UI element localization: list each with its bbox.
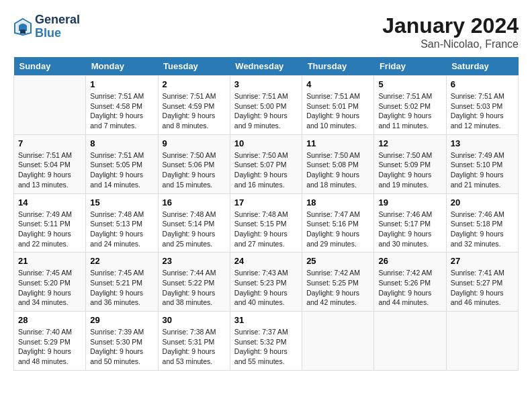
day-number: 1 — [90, 79, 153, 89]
day-number: 28 — [18, 315, 81, 325]
day-number: 24 — [234, 256, 298, 266]
day-content: Sunrise: 7:51 AM Sunset: 5:01 PM Dayligh… — [306, 91, 369, 131]
day-content: Sunrise: 7:42 AM Sunset: 5:25 PM Dayligh… — [306, 268, 369, 308]
calendar-cell: 18Sunrise: 7:47 AM Sunset: 5:16 PM Dayli… — [302, 193, 374, 253]
day-content: Sunrise: 7:50 AM Sunset: 5:07 PM Dayligh… — [234, 150, 298, 190]
calendar-cell: 21Sunrise: 7:45 AM Sunset: 5:20 PM Dayli… — [14, 253, 86, 312]
column-header-sunday: Sunday — [14, 57, 86, 76]
day-content: Sunrise: 7:49 AM Sunset: 5:11 PM Dayligh… — [18, 210, 81, 249]
calendar-cell: 30Sunrise: 7:38 AM Sunset: 5:31 PM Dayli… — [158, 312, 230, 371]
column-header-saturday: Saturday — [446, 57, 518, 76]
day-content: Sunrise: 7:37 AM Sunset: 5:32 PM Dayligh… — [234, 327, 298, 367]
logo-icon — [13, 17, 32, 36]
day-content: Sunrise: 7:46 AM Sunset: 5:18 PM Dayligh… — [451, 210, 514, 249]
day-content: Sunrise: 7:50 AM Sunset: 5:09 PM Dayligh… — [378, 150, 441, 190]
logo: General Blue — [13, 13, 80, 40]
day-number: 13 — [451, 138, 514, 148]
day-content: Sunrise: 7:48 AM Sunset: 5:13 PM Dayligh… — [90, 210, 153, 249]
week-row-1: 1Sunrise: 7:51 AM Sunset: 4:58 PM Daylig… — [14, 76, 519, 135]
day-number: 4 — [306, 79, 369, 89]
day-content: Sunrise: 7:48 AM Sunset: 5:14 PM Dayligh… — [163, 210, 226, 249]
calendar-cell: 1Sunrise: 7:51 AM Sunset: 4:58 PM Daylig… — [86, 76, 158, 135]
day-content: Sunrise: 7:43 AM Sunset: 5:23 PM Dayligh… — [234, 268, 298, 308]
day-number: 21 — [18, 256, 81, 266]
column-header-monday: Monday — [86, 57, 158, 76]
calendar-cell: 20Sunrise: 7:46 AM Sunset: 5:18 PM Dayli… — [446, 193, 518, 253]
day-number: 14 — [18, 197, 81, 208]
day-number: 16 — [163, 197, 226, 208]
calendar-cell: 19Sunrise: 7:46 AM Sunset: 5:17 PM Dayli… — [374, 193, 446, 253]
calendar-cell: 16Sunrise: 7:48 AM Sunset: 5:14 PM Dayli… — [158, 193, 230, 253]
day-number: 5 — [378, 79, 441, 89]
day-number: 27 — [451, 256, 514, 266]
column-header-wednesday: Wednesday — [230, 57, 302, 76]
week-row-2: 7Sunrise: 7:51 AM Sunset: 5:04 PM Daylig… — [14, 134, 519, 193]
calendar-cell: 8Sunrise: 7:51 AM Sunset: 5:05 PM Daylig… — [86, 134, 158, 193]
calendar-cell: 15Sunrise: 7:48 AM Sunset: 5:13 PM Dayli… — [86, 193, 158, 253]
day-content: Sunrise: 7:51 AM Sunset: 5:00 PM Dayligh… — [234, 91, 298, 131]
day-number: 12 — [378, 138, 441, 148]
day-content: Sunrise: 7:44 AM Sunset: 5:22 PM Dayligh… — [163, 268, 226, 308]
calendar-cell: 6Sunrise: 7:51 AM Sunset: 5:03 PM Daylig… — [446, 76, 518, 135]
calendar-cell: 31Sunrise: 7:37 AM Sunset: 5:32 PM Dayli… — [230, 312, 302, 371]
calendar-cell: 17Sunrise: 7:48 AM Sunset: 5:15 PM Dayli… — [230, 193, 302, 253]
day-number: 2 — [163, 79, 226, 89]
day-number: 11 — [306, 138, 369, 148]
day-content: Sunrise: 7:51 AM Sunset: 4:58 PM Dayligh… — [90, 91, 153, 131]
calendar-cell — [302, 312, 374, 371]
calendar-subtitle: San-Nicolao, France — [382, 38, 519, 50]
calendar-cell: 4Sunrise: 7:51 AM Sunset: 5:01 PM Daylig… — [302, 76, 374, 135]
day-number: 29 — [90, 315, 153, 325]
calendar-cell: 24Sunrise: 7:43 AM Sunset: 5:23 PM Dayli… — [230, 253, 302, 312]
day-number: 19 — [378, 197, 441, 208]
column-header-friday: Friday — [374, 57, 446, 76]
calendar-title: January 2024 — [382, 13, 519, 38]
day-number: 22 — [90, 256, 153, 266]
day-number: 8 — [90, 138, 153, 148]
day-number: 26 — [378, 256, 441, 266]
day-content: Sunrise: 7:51 AM Sunset: 5:02 PM Dayligh… — [378, 91, 441, 131]
day-number: 6 — [451, 79, 514, 89]
calendar-cell — [374, 312, 446, 371]
day-content: Sunrise: 7:40 AM Sunset: 5:29 PM Dayligh… — [18, 327, 81, 367]
calendar-cell: 22Sunrise: 7:45 AM Sunset: 5:21 PM Dayli… — [86, 253, 158, 312]
day-number: 20 — [451, 197, 514, 208]
day-number: 25 — [306, 256, 369, 266]
calendar-cell: 26Sunrise: 7:42 AM Sunset: 5:26 PM Dayli… — [374, 253, 446, 312]
day-number: 17 — [234, 197, 298, 208]
calendar-cell: 29Sunrise: 7:39 AM Sunset: 5:30 PM Dayli… — [86, 312, 158, 371]
calendar-cell: 14Sunrise: 7:49 AM Sunset: 5:11 PM Dayli… — [14, 193, 86, 253]
day-content: Sunrise: 7:51 AM Sunset: 5:03 PM Dayligh… — [451, 91, 514, 131]
day-content: Sunrise: 7:49 AM Sunset: 5:10 PM Dayligh… — [451, 150, 514, 190]
calendar-cell: 23Sunrise: 7:44 AM Sunset: 5:22 PM Dayli… — [158, 253, 230, 312]
calendar-cell: 27Sunrise: 7:41 AM Sunset: 5:27 PM Dayli… — [446, 253, 518, 312]
logo-name: General Blue — [35, 13, 80, 40]
day-content: Sunrise: 7:51 AM Sunset: 4:59 PM Dayligh… — [163, 91, 226, 131]
day-content: Sunrise: 7:41 AM Sunset: 5:27 PM Dayligh… — [451, 268, 514, 308]
calendar-cell: 9Sunrise: 7:50 AM Sunset: 5:06 PM Daylig… — [158, 134, 230, 193]
day-content: Sunrise: 7:45 AM Sunset: 5:21 PM Dayligh… — [90, 268, 153, 308]
day-number: 7 — [18, 138, 81, 148]
day-number: 9 — [163, 138, 226, 148]
calendar-cell: 5Sunrise: 7:51 AM Sunset: 5:02 PM Daylig… — [374, 76, 446, 135]
column-header-thursday: Thursday — [302, 57, 374, 76]
week-row-4: 21Sunrise: 7:45 AM Sunset: 5:20 PM Dayli… — [14, 253, 519, 312]
day-content: Sunrise: 7:51 AM Sunset: 5:04 PM Dayligh… — [18, 150, 81, 190]
day-number: 15 — [90, 197, 153, 208]
day-content: Sunrise: 7:48 AM Sunset: 5:15 PM Dayligh… — [234, 210, 298, 249]
calendar-cell: 12Sunrise: 7:50 AM Sunset: 5:09 PM Dayli… — [374, 134, 446, 193]
calendar-cell — [14, 76, 86, 135]
day-content: Sunrise: 7:51 AM Sunset: 5:05 PM Dayligh… — [90, 150, 153, 190]
day-number: 3 — [234, 79, 298, 89]
calendar-cell — [446, 312, 518, 371]
title-block: January 2024 San-Nicolao, France — [382, 13, 519, 50]
day-content: Sunrise: 7:45 AM Sunset: 5:20 PM Dayligh… — [18, 268, 81, 308]
day-number: 31 — [234, 315, 298, 325]
day-content: Sunrise: 7:46 AM Sunset: 5:17 PM Dayligh… — [378, 210, 441, 249]
calendar-table: SundayMondayTuesdayWednesdayThursdayFrid… — [13, 57, 519, 371]
page-header: General Blue January 2024 San-Nicolao, F… — [13, 13, 519, 50]
calendar-cell: 2Sunrise: 7:51 AM Sunset: 4:59 PM Daylig… — [158, 76, 230, 135]
week-row-5: 28Sunrise: 7:40 AM Sunset: 5:29 PM Dayli… — [14, 312, 519, 371]
calendar-cell: 3Sunrise: 7:51 AM Sunset: 5:00 PM Daylig… — [230, 76, 302, 135]
day-content: Sunrise: 7:50 AM Sunset: 5:06 PM Dayligh… — [163, 150, 226, 190]
